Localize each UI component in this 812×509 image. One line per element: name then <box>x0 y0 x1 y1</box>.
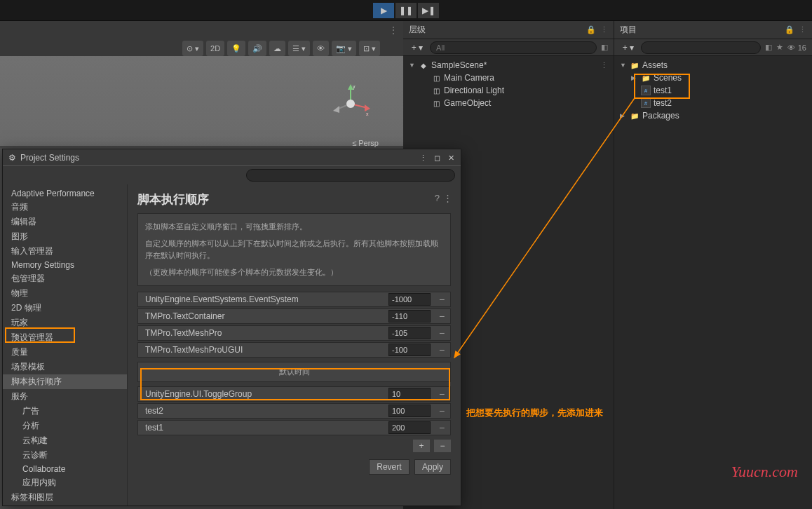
script-order-row[interactable]: TMPro.TextMeshProUGUI− <box>137 342 451 358</box>
sidebar-item[interactable]: 应用内购 <box>3 475 127 490</box>
window-menu-icon[interactable]: ⋮ <box>417 152 428 163</box>
scenes-folder[interactable]: ▶ 📁 Scenes <box>614 72 812 84</box>
sidebar-item[interactable]: 质量 <box>3 345 127 360</box>
sidebar-item[interactable]: 脚本执行顺序 <box>3 374 127 389</box>
hierarchy-item[interactable]: ◫ Directional Light <box>403 84 614 97</box>
scene-root-item[interactable]: ▼ ◆ SampleScene* ⋮ <box>403 59 614 72</box>
sidebar-item[interactable]: 标签和图层 <box>3 490 127 505</box>
settings-titlebar[interactable]: ⚙ Project Settings ⋮ ◻ ✕ <box>3 149 461 166</box>
scene-tool-light[interactable]: 💡 <box>227 41 245 56</box>
settings-search-input[interactable] <box>246 169 455 182</box>
revert-button[interactable]: Revert <box>369 459 409 475</box>
sidebar-item[interactable]: 云构建 <box>3 433 127 448</box>
script-order-row[interactable]: TMPro.TextContainer− <box>137 308 451 324</box>
sidebar-item[interactable]: Memory Settings <box>3 259 127 271</box>
filter-icon[interactable]: ◧ <box>765 43 772 52</box>
sidebar-item[interactable]: 包管理器 <box>3 271 127 286</box>
step-button[interactable]: ▶❚ <box>418 3 439 18</box>
script-item-test2[interactable]: # test2 <box>614 97 812 109</box>
script-order-input[interactable] <box>388 310 431 323</box>
packages-folder[interactable]: ▶ 📁 Packages <box>614 109 812 122</box>
fold-icon[interactable]: ▶ <box>620 112 627 119</box>
scene-tool-audio[interactable]: 🔊 <box>248 41 266 56</box>
script-order-input[interactable] <box>388 405 431 417</box>
section-menu-icon[interactable]: ⋮ <box>443 193 452 203</box>
scene-view[interactable]: ⋮ ⊙ ▾ 2D 💡 🔊 ☁ ☰ ▾ 👁 📷 ▾ ⊡ ▾ y <box>0 21 403 147</box>
sidebar-item[interactable]: 2D 物理 <box>3 301 127 315</box>
hierarchy-item[interactable]: ◫ Main Camera <box>403 72 614 84</box>
script-order-input[interactable] <box>388 344 431 356</box>
remove-row-button[interactable]: − <box>433 422 450 433</box>
window-close-icon[interactable]: ✕ <box>445 152 456 163</box>
script-order-row[interactable]: test1− <box>137 420 451 435</box>
project-search-input[interactable] <box>641 41 761 54</box>
fold-icon[interactable]: ▼ <box>620 62 627 69</box>
remove-script-button[interactable]: − <box>434 440 451 452</box>
play-button[interactable]: ▶ <box>373 3 394 18</box>
hierarchy-search-input[interactable] <box>430 41 597 54</box>
hidden-count[interactable]: 👁 16 <box>787 43 806 52</box>
sidebar-item[interactable]: 物理 <box>3 286 127 301</box>
pause-button[interactable]: ❚❚ <box>395 3 417 18</box>
remove-row-button[interactable]: − <box>433 405 450 416</box>
scene-menu-icon[interactable]: ⋮ <box>600 61 608 70</box>
sidebar-item[interactable]: 服务 <box>3 389 127 404</box>
sidebar-item[interactable]: TextMesh Pro <box>3 505 127 505</box>
scene-tool-2d[interactable]: 2D <box>206 41 224 56</box>
orientation-gizmo[interactable]: y x <box>330 83 372 125</box>
fold-icon[interactable]: ▶ <box>631 74 638 81</box>
script-item-test1[interactable]: # test1 <box>614 84 812 97</box>
remove-row-button[interactable]: − <box>433 388 450 400</box>
apply-button[interactable]: Apply <box>414 459 451 475</box>
sidebar-item[interactable]: 预设管理器 <box>3 330 127 345</box>
perspective-label[interactable]: ≤ Persp <box>352 139 379 147</box>
remove-row-button[interactable]: − <box>433 344 450 355</box>
favorites-icon[interactable]: ★ <box>776 43 783 52</box>
add-button[interactable]: + ▾ <box>620 41 637 54</box>
window-maximize-icon[interactable]: ◻ <box>431 152 442 163</box>
help-icon[interactable]: ? <box>435 193 440 203</box>
scene-tool-shading[interactable]: ⊙ ▾ <box>182 41 203 56</box>
add-button[interactable]: + ▾ <box>409 41 426 54</box>
scene-tool-camera[interactable]: 📷 ▾ <box>332 41 356 56</box>
scene-tool-fx[interactable]: ☁ <box>269 41 285 56</box>
scene-tool-gizmos[interactable]: ⊡ ▾ <box>359 41 380 56</box>
sidebar-item[interactable]: Adaptive Performance <box>3 187 127 200</box>
scene-tool-vis[interactable]: 👁 <box>313 41 329 56</box>
script-order-row[interactable]: UnityEngine.UI.ToggleGroup− <box>137 386 451 402</box>
script-order-row[interactable]: UnityEngine.EventSystems.EventSystem− <box>137 292 451 307</box>
fold-icon[interactable]: ▼ <box>409 62 416 69</box>
remove-row-button[interactable]: − <box>433 311 450 322</box>
sidebar-item[interactable]: Collaborate <box>3 463 127 475</box>
sidebar-item[interactable]: 玩家 <box>3 315 127 330</box>
panel-menu-icon[interactable]: ⋮ <box>799 25 806 34</box>
lock-icon[interactable]: 🔒 <box>785 25 794 34</box>
sidebar-item[interactable]: 场景模板 <box>3 360 127 374</box>
script-order-input[interactable] <box>388 421 431 434</box>
script-order-row[interactable]: test2− <box>137 403 451 419</box>
script-order-input[interactable] <box>388 293 431 306</box>
watermark: Yuucn.com <box>731 463 798 481</box>
script-order-input[interactable] <box>388 327 431 339</box>
sidebar-item[interactable]: 广告 <box>3 404 127 419</box>
hierarchy-item[interactable]: ◫ GameObject <box>403 97 614 109</box>
sidebar-item[interactable]: 图形 <box>3 229 127 244</box>
sidebar-item[interactable]: 编辑器 <box>3 215 127 229</box>
cube-icon: ◫ <box>431 98 441 108</box>
remove-row-button[interactable]: − <box>433 327 450 339</box>
scene-menu-icon[interactable]: ⋮ <box>389 25 398 35</box>
scene-viewport[interactable]: y x ≤ Persp <box>0 56 403 147</box>
sidebar-item[interactable]: 分析 <box>3 419 127 433</box>
panel-menu-icon[interactable]: ⋮ <box>600 25 608 34</box>
sidebar-item[interactable]: 输入管理器 <box>3 244 127 259</box>
assets-folder[interactable]: ▼ 📁 Assets <box>614 59 812 72</box>
search-options-icon[interactable]: ◧ <box>601 43 608 52</box>
sidebar-item[interactable]: 云诊断 <box>3 448 127 463</box>
script-order-row[interactable]: TMPro.TextMeshPro− <box>137 325 451 341</box>
lock-icon[interactable]: 🔒 <box>586 25 596 34</box>
add-script-button[interactable]: + <box>413 440 430 452</box>
sidebar-item[interactable]: 音频 <box>3 200 127 215</box>
remove-row-button[interactable]: − <box>433 294 450 305</box>
script-order-input[interactable] <box>388 388 431 400</box>
scene-tool-layers[interactable]: ☰ ▾ <box>288 41 310 56</box>
